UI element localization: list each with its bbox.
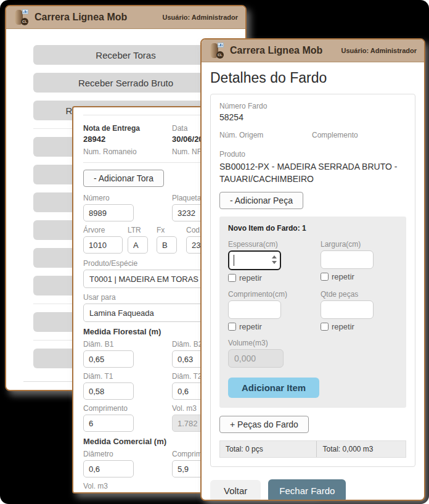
titlebar-detalhes-fardo: CL Carrera Lignea Mob Usuário: Administr… bbox=[202, 39, 424, 62]
comprimento-cm-input[interactable] bbox=[228, 300, 281, 319]
page-title: Detalhes do Fardo bbox=[210, 70, 415, 86]
text-caret bbox=[234, 255, 234, 266]
logged-user-label: Usuário: Administrador bbox=[163, 14, 238, 21]
window-detalhes-fardo: CL Carrera Lignea Mob Usuário: Administr… bbox=[200, 38, 425, 501]
logo-badge: CL bbox=[216, 51, 224, 59]
comprimento-florestal-input[interactable] bbox=[83, 415, 134, 432]
adicionar-tora-collapse-button[interactable]: - Adicionar Tora bbox=[83, 170, 164, 187]
diam-t1-label: Diâm. T1 bbox=[83, 372, 172, 381]
voltar-button[interactable]: Voltar bbox=[210, 480, 261, 501]
numero-input[interactable] bbox=[83, 204, 134, 221]
footer-actions: Voltar Fechar Fardo bbox=[210, 479, 415, 501]
espessura-label: Espessura(cm) bbox=[228, 240, 321, 249]
logged-user-label: Usuário: Administrador bbox=[341, 47, 417, 54]
total-volume: Total: 0,000 m3 bbox=[317, 441, 378, 457]
diametro-label: Diâmetro bbox=[83, 450, 172, 458]
diametro-input[interactable] bbox=[83, 460, 134, 477]
largura-label: Largura(cm) bbox=[321, 240, 398, 249]
arvore-input[interactable] bbox=[83, 236, 123, 254]
menu-button-receber-toras[interactable]: Receber Toras bbox=[33, 45, 218, 65]
diam-b1-label: Diâm. B1 bbox=[83, 340, 172, 349]
titlebar-main-menu: CL Carrera Lignea Mob Usuário: Administr… bbox=[6, 6, 245, 29]
total-pecas: Total: 0 pçs bbox=[220, 441, 317, 457]
num-origem-label: Núm. Origem bbox=[219, 131, 312, 139]
diam-t1-input[interactable] bbox=[83, 382, 134, 400]
largura-repetir-checkbox[interactable] bbox=[321, 273, 329, 281]
ltr-label: LTR bbox=[128, 226, 157, 234]
repetir-label: repetir bbox=[239, 322, 262, 331]
largura-input[interactable] bbox=[321, 250, 374, 269]
repetir-label: repetir bbox=[239, 273, 262, 283]
menu-button-receber-serrado-bruto[interactable]: Receber Serrado Bruto bbox=[33, 73, 218, 93]
number-spinner[interactable] bbox=[272, 255, 277, 264]
qtde-repetir-row: repetir bbox=[321, 322, 398, 331]
app-logo-icon: CL bbox=[14, 9, 28, 25]
screen-background: CL Carrera Lignea Mob Usuário: Administr… bbox=[0, 0, 429, 504]
complemento-label: Complemento bbox=[312, 131, 406, 139]
pecas-do-fardo-button[interactable]: + Peças do Fardo bbox=[219, 416, 309, 433]
comprimento-florestal-label: Comprimento bbox=[83, 404, 172, 413]
app-title: Carrera Lignea Mob bbox=[35, 12, 127, 23]
espessura-repetir-row: repetir bbox=[228, 273, 321, 283]
app-logo-icon: CL bbox=[209, 43, 224, 59]
produto-value: SB00012-PX - MADEIRA SERRADA BRUTO - TAU… bbox=[219, 160, 406, 186]
espessura-repetir-checkbox[interactable] bbox=[228, 274, 236, 282]
logo-badge: CL bbox=[21, 18, 28, 25]
num-romaneio-label: Num. Romaneio bbox=[83, 147, 172, 156]
adicionar-item-button[interactable]: Adicionar Item bbox=[228, 378, 319, 398]
numero-label: Número bbox=[83, 194, 172, 202]
qtde-repetir-checkbox[interactable] bbox=[321, 323, 329, 331]
largura-repetir-row: repetir bbox=[321, 272, 398, 281]
app-title: Carrera Lignea Mob bbox=[230, 45, 322, 56]
novo-item-panel: Novo Item do Fardo: 1 Espessura(cm) bbox=[219, 217, 406, 408]
ltr-input[interactable] bbox=[128, 236, 148, 254]
adicionar-peca-button[interactable]: - Adicionar Peça bbox=[219, 192, 303, 209]
fx-label: Fx bbox=[157, 226, 186, 234]
volume-label: Volume(m3) bbox=[228, 339, 398, 347]
comprimento-cm-label: Comprimento(cm) bbox=[228, 290, 321, 299]
nota-entrega-label: Nota de Entrega bbox=[83, 124, 172, 133]
fardo-card: Número Fardo 58254 Núm. Origem Complemen… bbox=[210, 94, 415, 467]
fx-input[interactable] bbox=[157, 236, 177, 254]
repetir-label: repetir bbox=[332, 272, 354, 281]
numero-fardo-value: 58254 bbox=[219, 112, 406, 122]
novo-item-heading: Novo Item do Fardo: 1 bbox=[228, 224, 398, 233]
vol-m3-comercial-input bbox=[83, 492, 134, 494]
arvore-label: Árvore bbox=[83, 226, 128, 234]
volume-input bbox=[228, 349, 284, 368]
diam-b1-input[interactable] bbox=[83, 350, 134, 368]
qtde-pecas-label: Qtde peças bbox=[321, 290, 398, 299]
totals-bar: Total: 0 pçs Total: 0,000 m3 bbox=[219, 440, 406, 458]
nota-entrega-value: 28942 bbox=[83, 134, 172, 144]
qtde-pecas-input[interactable] bbox=[321, 300, 374, 319]
numero-fardo-label: Número Fardo bbox=[219, 102, 406, 110]
fechar-fardo-button[interactable]: Fechar Fardo bbox=[268, 479, 346, 501]
repetir-label: repetir bbox=[332, 322, 354, 331]
produto-label: Produto bbox=[219, 150, 406, 159]
comprimento-repetir-checkbox[interactable] bbox=[228, 323, 236, 331]
comprimento-repetir-row: repetir bbox=[228, 322, 321, 331]
